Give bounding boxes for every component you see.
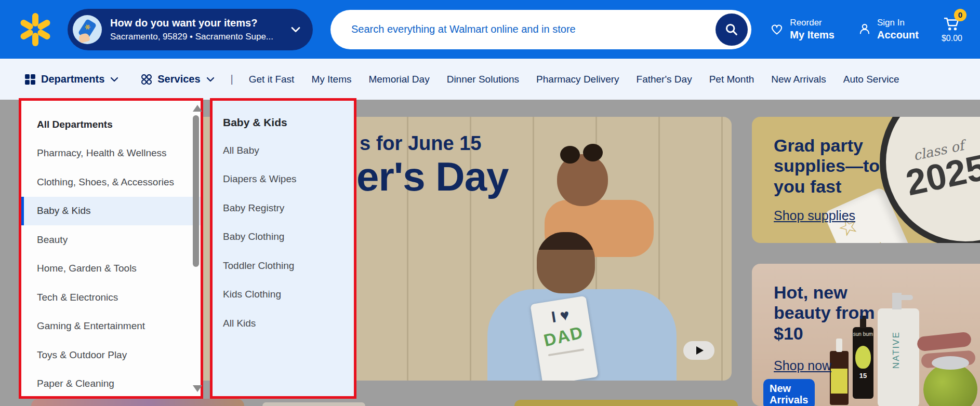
chevron-down-icon (290, 26, 301, 33)
makeup-stick-image (917, 332, 972, 352)
perfume-bottle-image (923, 363, 977, 406)
nav-divider: | (231, 73, 233, 85)
departments-label: Departments (41, 73, 104, 85)
scroll-down-icon[interactable] (193, 385, 202, 392)
carousel-play-button[interactable] (683, 341, 714, 360)
bottom-card-sliver (262, 402, 365, 406)
departments-item-beauty[interactable]: Beauty (21, 225, 201, 254)
walmart-logo-spark-icon[interactable] (19, 13, 52, 46)
fulfillment-title: How do you want your items? (110, 17, 290, 30)
chevron-down-icon (110, 76, 119, 83)
submenu-item-diapers-wipes[interactable]: Diapers & Wipes (213, 165, 354, 194)
departments-item-all-departments[interactable]: All Departments (21, 110, 201, 139)
secondary-nav: Departments Services | Get it FastMy Ite… (0, 59, 980, 100)
nav-link-get-it-fast[interactable]: Get it Fast (249, 74, 295, 85)
sign-in-label: Sign In (877, 18, 919, 28)
reorder-label: Reorder (790, 18, 835, 28)
submenu-item-baby-registry[interactable]: Baby Registry (213, 194, 354, 223)
beauty-promo-card[interactable]: sun bum 15 NATIVE SKIN Hot, new beauty f… (752, 264, 980, 406)
search-input[interactable] (330, 10, 751, 49)
departments-item-pharmacy-health-wellness[interactable]: Pharmacy, Health & Wellness (21, 139, 201, 168)
submenu-item-baby-clothing[interactable]: Baby Clothing (213, 223, 354, 252)
services-grid-icon (141, 74, 152, 85)
nav-link-pharmacy-delivery[interactable]: Pharmacy Delivery (536, 74, 619, 85)
beauty-promo-title: Hot, new beauty from $10 (774, 282, 904, 344)
hero-subtitle-fragment: s for June 15 (360, 132, 481, 155)
cart-count-badge: 0 (954, 9, 966, 21)
header: How do you want your items? Sacramento, … (0, 0, 980, 59)
nav-links: Get it FastMy ItemsMemorial DayDinner So… (249, 74, 899, 85)
departments-list: All DepartmentsPharmacy, Health & Wellne… (21, 101, 201, 398)
submenu-item-all-baby[interactable]: All Baby (213, 136, 354, 165)
new-arrivals-badge: NewArrivals (763, 379, 815, 406)
services-label: Services (157, 73, 200, 85)
person-icon (857, 22, 872, 36)
walmart-homepage: { "colors": { "header_blue": "#0a6be0", … (0, 0, 980, 406)
hero-title-fragment: er's Day (356, 153, 508, 200)
nav-link-memorial-day[interactable]: Memorial Day (368, 74, 429, 85)
heart-icon (769, 22, 785, 36)
departments-item-tech-electronics[interactable]: Tech & Electronics (21, 283, 201, 312)
serum-bottle-image (830, 351, 849, 405)
departments-item-paper-cleaning[interactable]: Paper & Cleaning (21, 370, 201, 399)
search-submit-button[interactable] (716, 13, 748, 46)
fulfillment-location-text: Sacramento, 95829 • Sacramento Supe... (110, 31, 290, 42)
my-items-label: My Items (790, 29, 835, 41)
departments-item-baby-kids[interactable]: Baby & Kids (21, 197, 201, 226)
submenu-item-toddler-clothing[interactable]: Toddler Clothing (213, 251, 354, 280)
annotation-box-departments-menu: All DepartmentsPharmacy, Health & Wellne… (19, 98, 203, 399)
services-menu-button[interactable]: Services (141, 73, 215, 85)
submenu-item-all-kids[interactable]: All Kids (213, 309, 354, 338)
annotation-box-baby-kids-submenu: Baby & Kids All BabyDiapers & WipesBaby … (210, 98, 356, 399)
departments-item-gaming-entertainment[interactable]: Gaming & Entertainment (21, 312, 201, 341)
departments-grid-icon (24, 74, 36, 85)
play-icon (696, 346, 704, 355)
search-icon (724, 22, 739, 37)
shop-supplies-link[interactable]: Shop supplies (774, 208, 855, 223)
shop-now-link[interactable]: Shop now (774, 358, 831, 373)
nav-link-father-s-day[interactable]: Father's Day (637, 74, 692, 85)
submenu-title: Baby & Kids (213, 101, 354, 129)
cart-total: $0.00 (942, 34, 962, 43)
departments-item-toys-outdoor-play[interactable]: Toys & Outdoor Play (21, 341, 201, 370)
reorder-my-items[interactable]: Reorder My Items (769, 18, 835, 40)
departments-menu-button[interactable]: Departments (24, 73, 119, 85)
cart-button[interactable]: 0 $0.00 (942, 16, 962, 43)
sign-in-account[interactable]: Sign In Account (857, 18, 919, 40)
bottom-card-sliver (514, 400, 738, 406)
grad-promo-title: Grad party supplies—to you fast (774, 136, 904, 197)
pickup-illustration-icon (73, 15, 102, 44)
submenu-list: All BabyDiapers & WipesBaby RegistryBaby… (213, 129, 354, 338)
fulfillment-location-picker[interactable]: How do you want your items? Sacramento, … (68, 9, 313, 50)
scroll-up-icon[interactable] (193, 105, 202, 112)
departments-item-home-garden-tools[interactable]: Home, Garden & Tools (21, 254, 201, 283)
nav-link-pet-month[interactable]: Pet Month (709, 74, 754, 85)
nav-link-dinner-solutions[interactable]: Dinner Solutions (447, 74, 519, 85)
account-label: Account (877, 29, 919, 41)
bottom-card-sliver (31, 399, 244, 406)
grad-party-promo-card[interactable]: class of 2025 ☆ ☆ Grad party supplies—to… (752, 117, 980, 243)
nav-link-new-arrivals[interactable]: New Arrivals (771, 74, 826, 85)
nav-link-my-items[interactable]: My Items (311, 74, 351, 85)
departments-scrollbar[interactable] (193, 115, 199, 267)
search-bar (330, 10, 751, 49)
departments-item-clothing-shoes-accessories[interactable]: Clothing, Shoes, & Accessories (21, 168, 201, 197)
submenu-item-kids-clothing[interactable]: Kids Clothing (213, 280, 354, 309)
nav-link-auto-service[interactable]: Auto Service (843, 74, 899, 85)
chevron-down-icon (206, 76, 215, 83)
